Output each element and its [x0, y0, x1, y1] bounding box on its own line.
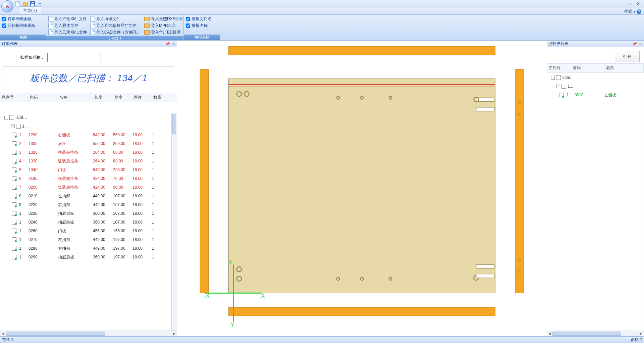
qat-save-button[interactable] — [30, 1, 36, 7]
cell-length: 449.00 — [93, 202, 113, 207]
status-pane-1[interactable]: 窗格 1 — [2, 337, 13, 343]
btn-import-cad[interactable]: 导入CAD文件（含侧孔） — [90, 29, 141, 36]
tree-toggle-icon[interactable]: - — [4, 116, 8, 119]
chk-order-panel[interactable]: 订单列表面板 — [2, 15, 44, 22]
tree-root-node[interactable]: - 宏城... — [0, 113, 171, 122]
cell-name: 门板 — [58, 167, 93, 173]
col-width[interactable]: 宽度 — [113, 93, 132, 102]
cell-barcode: 1300 — [29, 141, 58, 146]
col-index[interactable]: 序列号 — [0, 93, 29, 102]
part-canvas[interactable]: -X X Y -Y — [177, 41, 547, 336]
cell-name: 横装前拉条 — [58, 150, 93, 155]
qat-dropdown-button[interactable]: ▾ — [37, 1, 43, 7]
scrollbar-thumb[interactable] — [6, 332, 105, 336]
table-row[interactable]: 70200竖装后拉条424.0090.0018.001 — [0, 183, 171, 192]
cell-qty: 1 — [152, 211, 166, 216]
btn-import-yuanfang[interactable]: 导入圆方精裁尺寸文件 — [90, 22, 141, 29]
btn-import-yimu[interactable]: 导入易木文件 — [48, 22, 87, 29]
part-icon — [12, 237, 16, 242]
btn-import-yuncheng-xml[interactable]: 导入云承XML文件 — [48, 29, 87, 36]
tab-home[interactable]: 主页(H) — [18, 6, 42, 14]
svg-rect-22 — [476, 107, 494, 111]
chk-broadcast-filename[interactable]: 播报文件名 — [186, 15, 218, 22]
tree-toggle-icon[interactable]: - — [556, 85, 560, 88]
tree-sub-label: 1... — [22, 124, 28, 129]
tree-toggle-icon[interactable]: - — [551, 76, 555, 80]
chk-scanned-panel[interactable]: 已扫描列表面板 — [2, 22, 44, 29]
table-row[interactable]: 10010左侧板 — [547, 91, 644, 99]
btn-import-mpr-dir[interactable]: 导入MPR目录 — [144, 22, 183, 29]
cell-qty: 1 — [152, 194, 166, 198]
table-row[interactable]: 10260门板456.00155.0018.001 — [0, 227, 171, 235]
minimize-button[interactable]: — — [621, 1, 625, 6]
col-barcode[interactable]: 条码 — [571, 64, 605, 72]
table-row[interactable]: 21300底板550.00300.0018.001 — [0, 139, 171, 148]
pin-icon[interactable]: 📌 — [632, 42, 636, 46]
col-length[interactable]: 长度 — [93, 93, 113, 102]
status-pane-2[interactable]: 窗格 2 — [631, 337, 642, 343]
table-row[interactable]: 10230抽屉后板360.00107.0018.001 — [0, 209, 171, 218]
table-row[interactable]: 11290右侧板642.00550.0018.001 — [0, 131, 171, 139]
scroll-right-icon[interactable]: ► — [171, 331, 177, 336]
package-icon — [556, 75, 561, 80]
scroll-right-icon[interactable]: ► — [638, 331, 644, 336]
close-icon[interactable]: ✕ — [171, 42, 175, 46]
btn-import-huaguang-bd-dir[interactable]: 导入华广BD目录 — [144, 29, 183, 36]
maximize-button[interactable]: □ — [630, 1, 632, 6]
svg-rect-12 — [229, 79, 495, 293]
table-row[interactable]: 31320横装前拉条264.0068.0018.001 — [0, 148, 171, 157]
table-row[interactable]: 51340门板646.00298.0018.001 — [0, 165, 171, 174]
cell-index: 1 — [19, 229, 29, 233]
pack-button[interactable]: 打包 — [615, 51, 640, 62]
col-qty[interactable]: 数量 — [152, 93, 166, 102]
btn-import-haixun[interactable]: 导入海讯文件 — [90, 15, 141, 22]
table-row[interactable]: 10270左抽邦449.00197.0018.001 — [0, 235, 171, 244]
col-name[interactable]: 名称 — [605, 64, 644, 72]
cell-barcode: 0270 — [29, 237, 58, 242]
scanned-tree[interactable]: - 宏城... - 1... 10010左侧板 — [547, 72, 644, 99]
cell-barcode: 0200 — [29, 185, 58, 190]
scrollbar-thumb[interactable] — [172, 114, 176, 134]
pin-icon[interactable]: 📌 — [165, 42, 169, 46]
order-tree[interactable]: - 宏城... - 1... 11290右侧板642.00550.0018.00… — [0, 113, 171, 331]
col-name[interactable]: 名称 — [58, 93, 93, 102]
scroll-left-icon[interactable]: ◄ — [547, 331, 552, 336]
qat-new-button[interactable] — [15, 1, 21, 7]
table-row[interactable]: 80210左抽邦449.00107.0018.001 — [0, 192, 171, 200]
table-row[interactable]: 41330竖装后拉条264.0088.0018.001 — [0, 157, 171, 165]
tree-toggle-icon[interactable]: - — [11, 125, 15, 128]
chk-broadcast-name[interactable]: 播报名称 — [186, 22, 218, 29]
table-row[interactable]: 10290抽屉后板360.00197.0018.001 — [0, 253, 171, 261]
btn-import-yunxi-dxf-dir[interactable]: 导入云熙DXF目录 — [144, 15, 183, 22]
style-menu[interactable]: 样式 ▾ ? — [622, 9, 644, 14]
help-icon[interactable]: ? — [637, 9, 641, 14]
table-row[interactable]: 10280右抽邦449.00197.0018.001 — [0, 244, 171, 253]
table-row[interactable]: 10240抽屉前板360.00107.0018.001 — [0, 218, 171, 227]
table-row[interactable]: 90220右抽邦449.00107.0018.001 — [0, 200, 171, 209]
cell-barcode: 0290 — [29, 255, 58, 259]
close-icon[interactable]: ✕ — [638, 42, 642, 46]
scan-barcode-input[interactable] — [47, 53, 101, 62]
status-bar: 窗格 1 窗格 2 — [0, 336, 644, 343]
cell-index: 1 — [19, 237, 29, 242]
part-icon — [12, 194, 16, 198]
scrollbar-thumb[interactable] — [552, 332, 621, 336]
col-thickness[interactable]: 厚度 — [132, 93, 152, 102]
tree-sub-node[interactable]: - 1... — [547, 82, 644, 91]
horizontal-scrollbar[interactable]: ◄ ► — [547, 331, 644, 336]
close-button[interactable]: ✕ — [637, 1, 640, 6]
svg-text:Y: Y — [229, 259, 232, 266]
btn-import-weilun-xml[interactable]: 导入纬伦XML文件 — [48, 15, 87, 22]
vertical-scrollbar[interactable] — [171, 113, 177, 331]
qat-open-button[interactable] — [22, 1, 28, 7]
tree-sub-node[interactable]: - 1... — [0, 122, 171, 131]
table-row[interactable]: 60190横装前拉条424.0070.0018.001 — [0, 174, 171, 183]
col-index[interactable]: 序列号 — [547, 64, 571, 72]
scroll-left-icon[interactable]: ◄ — [0, 331, 6, 336]
file-new-icon — [15, 1, 20, 6]
app-orb-button[interactable]: A — [1, 0, 13, 12]
horizontal-scrollbar[interactable]: ◄ ► — [0, 331, 177, 336]
tree-root-node[interactable]: - 宏城... — [547, 73, 644, 82]
col-barcode[interactable]: 条码 — [29, 93, 58, 102]
cell-index: 6 — [19, 176, 29, 181]
